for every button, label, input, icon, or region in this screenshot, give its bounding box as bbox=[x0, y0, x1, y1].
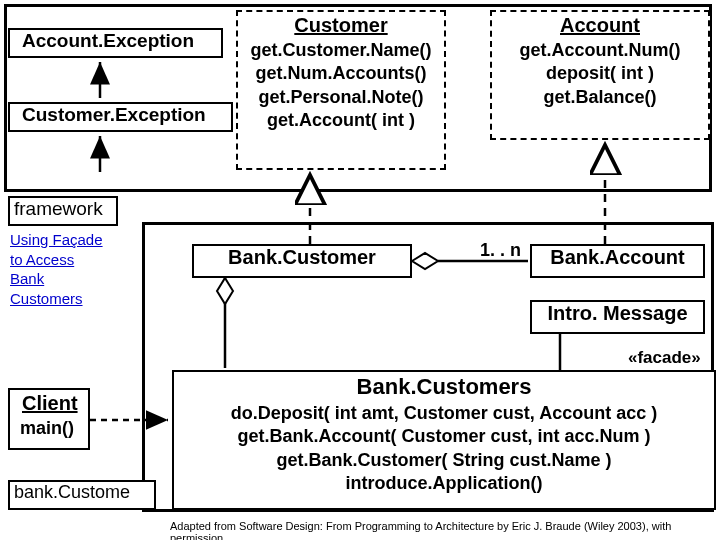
bank-customers-method-3: introduce.Application() bbox=[174, 472, 714, 495]
account-name: Account bbox=[492, 12, 708, 39]
bank-customers-name: Bank.Customers bbox=[174, 372, 714, 402]
bank-customers-method-1: get.Bank.Account( Customer cust, int acc… bbox=[174, 425, 714, 448]
facade-line-2: Bank bbox=[10, 269, 140, 289]
class-bank-account: Bank.Account bbox=[530, 244, 705, 278]
facade-line-0: Using Façade bbox=[10, 230, 140, 250]
multiplicity-label: 1. . n bbox=[480, 240, 521, 261]
account-method-0: get.Account.Num() bbox=[492, 39, 708, 62]
intro-message-name: Intro. Message bbox=[539, 300, 695, 326]
facade-line-3: Customers bbox=[10, 289, 140, 309]
class-intro-message: Intro. Message bbox=[530, 300, 705, 334]
using-facade-link[interactable]: Using Façade to Access Bank Customers bbox=[10, 230, 140, 308]
class-customer: Customer get.Customer.Name() get.Num.Acc… bbox=[236, 10, 446, 170]
class-customer-exception: Customer.Exception bbox=[8, 102, 233, 132]
class-client: Client main() bbox=[8, 388, 90, 450]
customer-method-3: get.Account( int ) bbox=[238, 109, 444, 132]
bank-customer-name: Bank.Customer bbox=[220, 244, 384, 270]
class-account-exception: Account.Exception bbox=[8, 28, 223, 58]
customer-name: Customer bbox=[238, 12, 444, 39]
class-account: Account get.Account.Num() deposit( int )… bbox=[490, 10, 710, 140]
credit-line: Adapted from Software Design: From Progr… bbox=[170, 520, 720, 540]
customer-method-2: get.Personal.Note() bbox=[238, 86, 444, 109]
customer-method-0: get.Customer.Name() bbox=[238, 39, 444, 62]
bank-customers-method-0: do.Deposit( int amt, Customer cust, Acco… bbox=[174, 402, 714, 425]
facade-line-1: to Access bbox=[10, 250, 140, 270]
account-method-1: deposit( int ) bbox=[492, 62, 708, 85]
bank-account-name: Bank.Account bbox=[542, 244, 692, 270]
account-method-2: get.Balance() bbox=[492, 86, 708, 109]
bank-customers-method-2: get.Bank.Customer( String cust.Name ) bbox=[174, 449, 714, 472]
bank-customer-pkg-tab: bank.Custome bbox=[8, 480, 156, 510]
class-bank-customers: Bank.Customers do.Deposit( int amt, Cust… bbox=[172, 370, 716, 510]
framework-label: framework bbox=[14, 198, 103, 219]
class-bank-customer: Bank.Customer bbox=[192, 244, 412, 278]
account-exception-name: Account.Exception bbox=[14, 28, 202, 53]
client-method-0: main() bbox=[14, 417, 88, 440]
client-name: Client bbox=[14, 390, 88, 417]
customer-exception-name: Customer.Exception bbox=[14, 102, 214, 127]
framework-label-box: framework bbox=[8, 196, 118, 226]
customer-method-1: get.Num.Accounts() bbox=[238, 62, 444, 85]
bank-customer-pkg-name: bank.Custome bbox=[14, 482, 130, 502]
facade-stereotype: «facade» bbox=[628, 348, 701, 368]
